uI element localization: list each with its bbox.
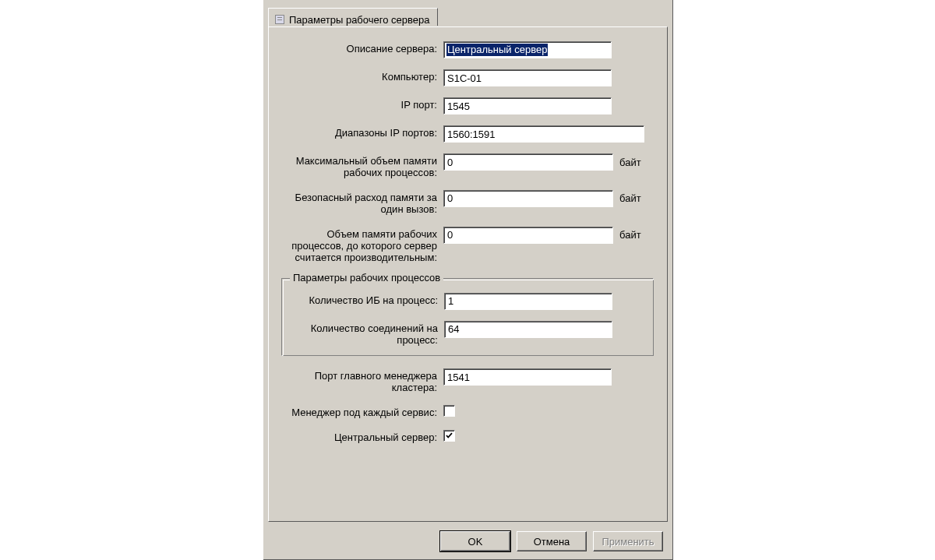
conn-per-proc-input[interactable] xyxy=(444,321,612,338)
mgr-per-service-checkbox[interactable] xyxy=(443,405,455,417)
label-port-ranges: Диапазоны IP портов: xyxy=(280,125,443,139)
ib-per-proc-input[interactable] xyxy=(444,293,612,310)
server-params-dialog: Параметры рабочего сервера Описание серв… xyxy=(263,0,673,560)
tab-server-params[interactable]: Параметры рабочего сервера xyxy=(268,8,438,27)
description-input[interactable]: Центральный сервер xyxy=(443,41,612,58)
cancel-button[interactable]: Отмена xyxy=(517,531,587,551)
ip-port-input[interactable] xyxy=(443,97,612,114)
label-main-mgr-port: Порт главного менеджера кластера: xyxy=(280,368,443,394)
group-title: Параметры рабочих процессов xyxy=(290,272,443,284)
label-conn-per-proc: Количество соединений на процесс: xyxy=(291,321,444,347)
tab-label: Параметры рабочего сервера xyxy=(289,14,429,26)
label-mgr-per-service: Менеджер под каждый сервис: xyxy=(280,405,443,419)
tab-body: Описание сервера: Центральный сервер Ком… xyxy=(268,26,668,522)
safe-mem-input[interactable] xyxy=(443,190,613,207)
central-server-checkbox[interactable] xyxy=(443,430,455,442)
label-safe-mem: Безопасный расход памяти за один вызов: xyxy=(280,190,443,216)
server-icon xyxy=(275,15,284,24)
label-description: Описание сервера: xyxy=(280,41,443,55)
computer-input[interactable] xyxy=(443,69,612,86)
label-perf-mem: Объем памяти рабочих процессов, до котор… xyxy=(280,227,443,264)
unit-bytes-3: байт xyxy=(618,229,641,241)
perf-mem-input[interactable] xyxy=(443,227,613,244)
apply-button[interactable]: Применить xyxy=(593,531,663,551)
description-value: Центральный сервер xyxy=(446,44,548,56)
unit-bytes-1: байт xyxy=(618,157,641,168)
label-central-server: Центральный сервер: xyxy=(280,430,443,444)
check-icon xyxy=(445,431,453,440)
button-bar: OK Отмена Применить xyxy=(440,531,663,551)
main-mgr-port-input[interactable] xyxy=(443,368,612,386)
max-mem-input[interactable] xyxy=(443,153,613,171)
label-computer: Компьютер: xyxy=(280,69,443,83)
worker-process-group: Параметры рабочих процессов Количество И… xyxy=(281,278,654,357)
tab-strip: Параметры рабочего сервера xyxy=(268,8,668,27)
port-ranges-input[interactable] xyxy=(443,125,644,143)
ok-button[interactable]: OK xyxy=(440,531,510,551)
label-ip-port: IP порт: xyxy=(280,97,443,111)
label-max-mem: Максимальный объем памяти рабочих процес… xyxy=(280,153,443,179)
unit-bytes-2: байт xyxy=(618,192,641,204)
label-ib-per-proc: Количество ИБ на процесс: xyxy=(291,293,444,307)
